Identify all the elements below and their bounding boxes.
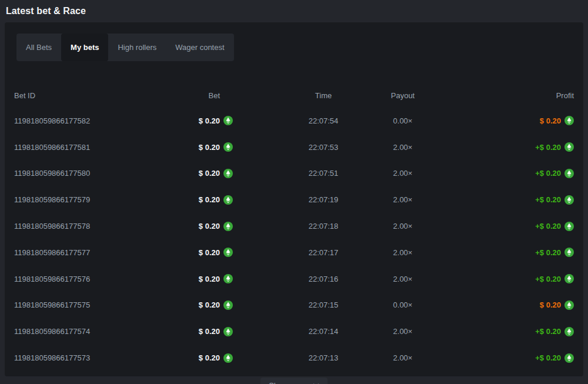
- bet-amount: $ 0.20: [199, 300, 220, 309]
- table-row[interactable]: 119818059866177578 $ 0.20 22:07:18 2.00×…: [14, 213, 574, 239]
- green-coin-icon: [223, 116, 233, 125]
- bet-cell: $ 0.20: [147, 195, 233, 205]
- bet-amount: $ 0.20: [199, 222, 220, 231]
- tab-high-rollers[interactable]: High rollers: [108, 34, 166, 61]
- bet-payout: 2.00×: [376, 169, 429, 178]
- bet-cell: $ 0.20: [147, 248, 233, 257]
- profit-amount: +$ 0.20: [535, 143, 561, 152]
- green-coin-icon: [223, 222, 233, 231]
- show-more-button[interactable]: Show more: [260, 378, 328, 384]
- bet-time: 22:07:54: [270, 116, 376, 125]
- tab-wager-contest[interactable]: Wager contest: [166, 34, 233, 61]
- bet-amount: $ 0.20: [199, 248, 220, 257]
- bet-profit: $ 0.20: [429, 300, 574, 310]
- bet-id: 119818059866177582: [14, 116, 147, 125]
- bet-cell: $ 0.20: [147, 169, 233, 178]
- bet-id: 119818059866177573: [14, 353, 147, 362]
- bet-time: 22:07:18: [270, 222, 376, 231]
- tab-all-bets[interactable]: All Bets: [16, 34, 61, 61]
- table-row[interactable]: 119818059866177574 $ 0.20 22:07:14 2.00×…: [14, 318, 574, 345]
- latest-bets-panel: All Bets My bets High rollers Wager cont…: [5, 22, 583, 376]
- green-coin-icon: [223, 353, 233, 363]
- profit-amount: $ 0.20: [540, 116, 561, 125]
- bet-profit: +$ 0.20: [429, 327, 574, 336]
- bet-profit: +$ 0.20: [429, 248, 574, 257]
- bet-id: 119818059866177578: [14, 222, 147, 231]
- header-bet: Bet: [147, 91, 233, 100]
- table-row[interactable]: 119818059866177579 $ 0.20 22:07:19 2.00×…: [14, 186, 574, 213]
- bet-profit: $ 0.20: [429, 116, 574, 125]
- green-coin-icon: [223, 195, 233, 205]
- bets-table: Bet ID Bet Time Payout Profit 1198180598…: [14, 84, 574, 371]
- bet-id: 119818059866177577: [14, 248, 147, 257]
- header-profit: Profit: [429, 91, 574, 100]
- green-coin-icon: [564, 142, 574, 152]
- green-coin-icon: [564, 222, 574, 231]
- green-coin-icon: [223, 327, 233, 336]
- table-row[interactable]: 119818059866177575 $ 0.20 22:07:15 0.00×…: [14, 292, 574, 319]
- page-title: Latest bet & Race: [6, 6, 86, 16]
- bet-amount: $ 0.20: [199, 195, 220, 204]
- green-coin-icon: [564, 169, 574, 178]
- green-coin-icon: [564, 353, 574, 363]
- green-coin-icon: [223, 248, 233, 257]
- bet-time: 22:07:19: [270, 195, 376, 204]
- bet-payout: 2.00×: [376, 143, 429, 152]
- header-bet-id: Bet ID: [14, 91, 147, 100]
- table-row[interactable]: 119818059866177576 $ 0.20 22:07:16 2.00×…: [14, 266, 574, 292]
- bet-payout: 0.00×: [376, 116, 429, 125]
- profit-amount: +$ 0.20: [535, 195, 561, 204]
- bet-cell: $ 0.20: [147, 300, 233, 310]
- bet-amount: $ 0.20: [199, 327, 220, 336]
- table-row[interactable]: 119818059866177573 $ 0.20 22:07:13 2.00×…: [14, 345, 574, 371]
- table-row[interactable]: 119818059866177577 $ 0.20 22:07:17 2.00×…: [14, 239, 574, 266]
- green-coin-icon: [564, 248, 574, 257]
- table-row[interactable]: 119818059866177581 $ 0.20 22:07:53 2.00×…: [14, 134, 574, 161]
- show-more-label: Show more: [269, 381, 308, 384]
- green-coin-icon: [564, 300, 574, 310]
- bet-cell: $ 0.20: [147, 222, 233, 231]
- bet-cell: $ 0.20: [147, 274, 233, 283]
- bet-payout: 2.00×: [376, 195, 429, 204]
- bet-profit: +$ 0.20: [429, 274, 574, 283]
- bet-profit: +$ 0.20: [429, 222, 574, 231]
- green-coin-icon: [223, 274, 233, 283]
- green-coin-icon: [564, 195, 574, 205]
- bet-time: 22:07:51: [270, 169, 376, 178]
- bet-profit: +$ 0.20: [429, 353, 574, 363]
- bet-time: 22:07:14: [270, 327, 376, 336]
- green-coin-icon: [223, 169, 233, 178]
- bets-table-header: Bet ID Bet Time Payout Profit: [14, 84, 574, 108]
- profit-amount: +$ 0.20: [535, 275, 561, 283]
- bet-cell: $ 0.20: [147, 353, 233, 363]
- bet-id: 119818059866177579: [14, 195, 147, 204]
- green-coin-icon: [564, 274, 574, 283]
- tab-my-bets[interactable]: My bets: [61, 34, 108, 61]
- bet-cell: $ 0.20: [147, 116, 233, 125]
- bet-payout: 2.00×: [376, 275, 429, 283]
- bet-amount: $ 0.20: [199, 116, 220, 125]
- profit-amount: +$ 0.20: [535, 353, 561, 362]
- table-row[interactable]: 119818059866177582 $ 0.20 22:07:54 0.00×…: [14, 108, 574, 134]
- table-row[interactable]: 119818059866177580 $ 0.20 22:07:51 2.00×…: [14, 161, 574, 187]
- green-coin-icon: [223, 300, 233, 310]
- profit-amount: +$ 0.20: [535, 248, 561, 257]
- bet-time: 22:07:16: [270, 275, 376, 283]
- bet-amount: $ 0.20: [199, 169, 220, 178]
- profit-amount: $ 0.20: [540, 300, 561, 309]
- header-payout: Payout: [376, 91, 429, 100]
- bet-id: 119818059866177574: [14, 327, 147, 336]
- profit-amount: +$ 0.20: [535, 222, 561, 231]
- green-coin-icon: [564, 116, 574, 125]
- green-coin-icon: [223, 142, 233, 152]
- bet-cell: $ 0.20: [147, 142, 233, 152]
- bet-id: 119818059866177576: [14, 275, 147, 283]
- bet-cell: $ 0.20: [147, 327, 233, 336]
- profit-amount: +$ 0.20: [535, 327, 561, 336]
- bet-time: 22:07:13: [270, 353, 376, 362]
- bet-payout: 0.00×: [376, 300, 429, 309]
- bet-profit: +$ 0.20: [429, 169, 574, 178]
- bet-amount: $ 0.20: [199, 143, 220, 152]
- bet-time: 22:07:53: [270, 143, 376, 152]
- bet-amount: $ 0.20: [199, 275, 220, 283]
